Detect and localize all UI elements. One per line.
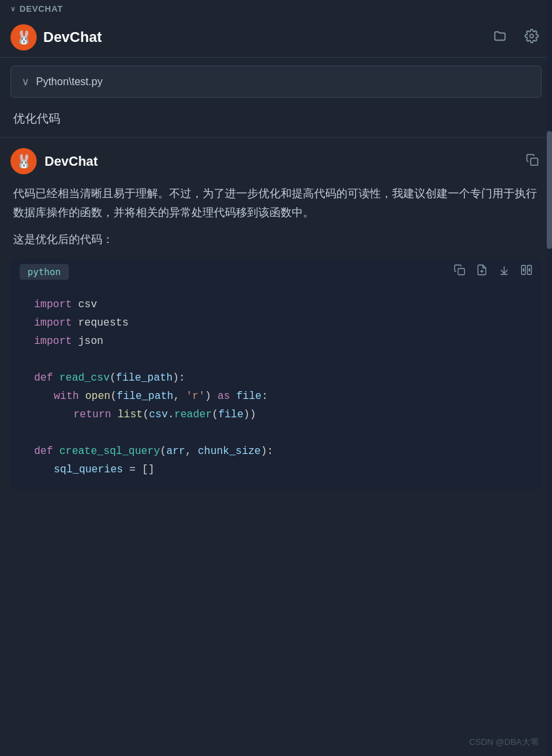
code-line-8: sql_queries = []	[34, 461, 528, 479]
app-title: DevChat	[43, 29, 102, 46]
svg-rect-1	[531, 158, 538, 165]
code-language-badge: python	[20, 264, 69, 280]
logo-emoji: 🐰	[16, 29, 32, 45]
user-message: 优化代码	[0, 105, 552, 138]
code-header-icons	[454, 264, 532, 279]
scrollbar-thumb[interactable]	[547, 131, 552, 249]
code-line-blank-2	[34, 424, 528, 442]
code-insert-button[interactable]	[498, 264, 510, 279]
watermark: CSDN @DBA大苇	[469, 736, 539, 748]
top-label-text: DEVCHAT	[20, 4, 63, 14]
top-label-chevron: ∨	[10, 5, 16, 12]
code-line-2: import requests	[34, 314, 528, 332]
header-icons	[490, 26, 542, 49]
top-label-bar: ∨ DEVCHAT	[0, 0, 552, 18]
ai-copy-button[interactable]	[523, 151, 542, 172]
code-copy-button[interactable]	[454, 264, 465, 279]
ai-avatar: 🐰	[10, 148, 37, 174]
folder-button[interactable]	[490, 26, 510, 49]
ai-name: DevChat	[45, 154, 98, 169]
user-message-text: 优化代码	[13, 112, 60, 125]
ai-avatar-emoji: 🐰	[16, 153, 32, 169]
ai-paragraph-1: 代码已经相当清晰且易于理解。不过，为了进一步优化和提高代码的可读性，我建议创建一…	[13, 185, 539, 223]
ai-response-section: 🐰 DevChat 代码已经相当清晰且易于理解。不过，为了进一步优化和提高代码的…	[0, 138, 552, 489]
code-content: import csv import requests import json d…	[10, 285, 542, 489]
code-line-1: import csv	[34, 295, 528, 314]
ai-response-header: 🐰 DevChat	[10, 148, 542, 174]
file-selector-path: Python\test.py	[36, 76, 102, 88]
scrollbar-track	[547, 0, 552, 756]
svg-rect-2	[458, 269, 465, 275]
code-block-header: python	[10, 259, 542, 285]
code-block: python	[10, 259, 542, 489]
code-line-blank-1	[34, 350, 528, 369]
code-line-3: import json	[34, 332, 528, 350]
code-line-6: return list(csv.reader(file))	[34, 406, 528, 424]
code-export-button[interactable]	[476, 264, 488, 279]
code-line-4: def read_csv(file_path):	[34, 369, 528, 387]
header-bar: 🐰 DevChat	[0, 18, 552, 58]
code-line-5: with open(file_path, 'r') as file:	[34, 387, 528, 406]
app-logo: 🐰	[10, 24, 37, 50]
ai-header-left: 🐰 DevChat	[10, 148, 98, 174]
code-diff-button[interactable]	[521, 264, 532, 279]
ai-paragraph-2: 这是优化后的代码：	[13, 231, 539, 250]
svg-point-0	[530, 34, 534, 38]
file-selector[interactable]: ∨ Python\test.py	[10, 66, 542, 98]
file-selector-chevron-icon: ∨	[22, 75, 30, 88]
code-line-7: def create_sql_query(arr, chunk_size):	[34, 442, 528, 461]
header-left: 🐰 DevChat	[10, 24, 102, 50]
settings-button[interactable]	[522, 26, 542, 49]
ai-response-text: 代码已经相当清晰且易于理解。不过，为了进一步优化和提高代码的可读性，我建议创建一…	[10, 185, 542, 250]
